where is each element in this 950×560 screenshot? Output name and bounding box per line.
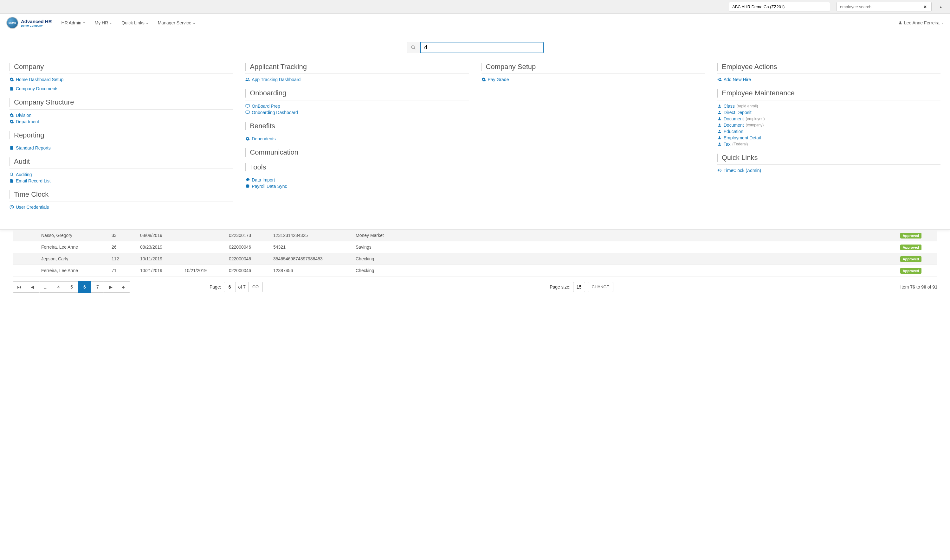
link-timeclock-admin[interactable]: TimeClock (Admin) (717, 167, 941, 174)
page-last[interactable]: ⏭ (117, 281, 130, 293)
page-next[interactable]: ▶ (104, 281, 117, 293)
user-icon (717, 117, 722, 121)
cloud-upload-icon (245, 178, 250, 182)
link-email-record-list[interactable]: Email Record List (9, 178, 233, 184)
link-document-company[interactable]: Document (company) (717, 122, 941, 128)
users-icon (245, 77, 250, 82)
link-division[interactable]: Division (9, 112, 233, 118)
cell-id: 112 (108, 253, 136, 265)
user-name: Lee Anne Ferreira (904, 20, 939, 25)
section-employee-actions: Employee Actions (717, 63, 941, 71)
section-communication: Communication (245, 148, 469, 157)
cell-routing: 022000046 (225, 241, 270, 253)
link-onboarding-dashboard[interactable]: Onboarding Dashboard (245, 109, 469, 115)
svg-line-3 (12, 175, 14, 176)
nav-my-hr[interactable]: My HR ⌄ (95, 20, 112, 25)
chevron-down-icon: ⌄ (146, 21, 148, 25)
nav-manager-service[interactable]: Manager Service ⌄ (158, 20, 195, 25)
page-...[interactable]: ... (39, 281, 52, 293)
page-size-input[interactable] (573, 282, 585, 292)
user-menu[interactable]: Lee Anne Ferreira ⌄ (898, 20, 944, 25)
link-user-credentials[interactable]: User Credentials (9, 204, 233, 210)
link-direct-deposit[interactable]: Direct Deposit (717, 109, 941, 115)
link-label: Document (724, 116, 744, 121)
cell-account: 35465469874897986453 (270, 253, 352, 265)
gear-icon (9, 119, 14, 124)
cell-status: Approved (403, 253, 937, 265)
link-add-new-hire[interactable]: Add New Hire (717, 76, 941, 83)
link-label: Education (724, 129, 743, 134)
page-4[interactable]: 4 (52, 281, 65, 293)
scroll-up-icon[interactable]: ▲ (938, 5, 944, 9)
book-icon (9, 146, 14, 150)
mega-menu: Company Home Dashboard Setup Company Doc… (0, 32, 950, 230)
link-standard-reports[interactable]: Standard Reports (9, 145, 233, 151)
link-label: Payroll Data Sync (252, 184, 287, 189)
nav-quick-links[interactable]: Quick Links ⌄ (122, 20, 148, 25)
link-document-employee[interactable]: Document (employee) (717, 115, 941, 122)
link-label: Dependents (252, 136, 276, 141)
cell-date2 (181, 253, 225, 265)
link-label: Employment Detail (724, 135, 761, 140)
cell-status: Approved (403, 265, 937, 276)
section-company-setup: Company Setup (481, 63, 705, 71)
brand-logo[interactable]: DEMO Advanced HR Demo Company (6, 17, 52, 29)
svg-rect-8 (246, 111, 250, 113)
table-row[interactable]: Jepson, Carly 112 10/11/2019 022000046 3… (13, 253, 937, 265)
link-department[interactable]: Department (9, 118, 233, 125)
link-data-import[interactable]: Data Import (245, 177, 469, 183)
cell-account: 12312314234325 (270, 230, 352, 242)
link-label: TimeClock (Admin) (724, 168, 761, 173)
link-app-tracking-dashboard[interactable]: App Tracking Dashboard (245, 76, 469, 83)
change-button[interactable]: CHANGE (588, 282, 614, 292)
page-7[interactable]: 7 (91, 281, 104, 293)
clear-icon[interactable]: ✕ (922, 5, 928, 9)
user-icon (717, 110, 722, 115)
file-icon (9, 86, 14, 91)
table-row[interactable]: Ferreira, Lee Anne 71 10/21/2019 10/21/2… (13, 265, 937, 276)
table-row[interactable]: Nasso, Gregory 33 08/08/2019 022300173 1… (13, 230, 937, 242)
link-class[interactable]: Class (rapid enroll) (717, 103, 941, 109)
cell-id: 71 (108, 265, 136, 276)
link-dependents[interactable]: Dependents (245, 135, 469, 142)
table-row[interactable]: Ferreira, Lee Anne 26 08/23/2019 0220000… (13, 241, 937, 253)
page-6[interactable]: 6 (78, 281, 91, 293)
nav-hr-admin[interactable]: HR Admin ⌃ (62, 20, 85, 25)
nav-quick-links-label: Quick Links (122, 20, 144, 25)
link-onboard-prep[interactable]: OnBoard Prep (245, 103, 469, 109)
page-input[interactable] (224, 282, 236, 292)
link-company-documents[interactable]: Company Documents (9, 86, 233, 92)
cell-name: Jepson, Carly (13, 253, 108, 265)
link-label: Tax (724, 142, 731, 147)
company-selector[interactable] (729, 2, 830, 11)
data-table: Nasso, Gregory 33 08/08/2019 022300173 1… (13, 230, 937, 277)
cell-date2 (181, 241, 225, 253)
link-education[interactable]: Education (717, 128, 941, 135)
link-tax[interactable]: Tax (Federal) (717, 141, 941, 147)
section-applicant-tracking: Applicant Tracking (245, 63, 469, 71)
link-auditing[interactable]: Auditing (9, 171, 233, 178)
file-icon (9, 178, 14, 183)
section-reporting: Reporting (9, 131, 233, 139)
page-prev[interactable]: ◀ (26, 281, 39, 293)
page-first[interactable]: ⏮ (13, 281, 26, 293)
link-employment-detail[interactable]: Employment Detail (717, 135, 941, 141)
section-employee-maintenance: Employee Maintenance (717, 89, 941, 97)
of-label: of 7 (238, 285, 246, 289)
brand-title: Advanced HR (21, 19, 52, 24)
link-payroll-data-sync[interactable]: Payroll Data Sync (245, 183, 469, 189)
gear-icon (245, 137, 250, 141)
link-home-dashboard-setup[interactable]: Home Dashboard Setup (9, 76, 233, 83)
employee-search-input[interactable] (840, 5, 922, 9)
cell-routing: 022000046 (225, 253, 270, 265)
database-icon (245, 184, 250, 188)
section-onboarding: Onboarding (245, 89, 469, 97)
go-button[interactable]: GO (248, 282, 263, 292)
status-badge: Approved (900, 233, 921, 238)
link-label: Department (16, 119, 39, 124)
link-pay-grade[interactable]: Pay Grade (481, 76, 705, 83)
cell-id: 26 (108, 241, 136, 253)
page-5[interactable]: 5 (65, 281, 78, 293)
menu-search-input[interactable] (420, 42, 544, 53)
cell-date1: 08/23/2019 (136, 241, 181, 253)
